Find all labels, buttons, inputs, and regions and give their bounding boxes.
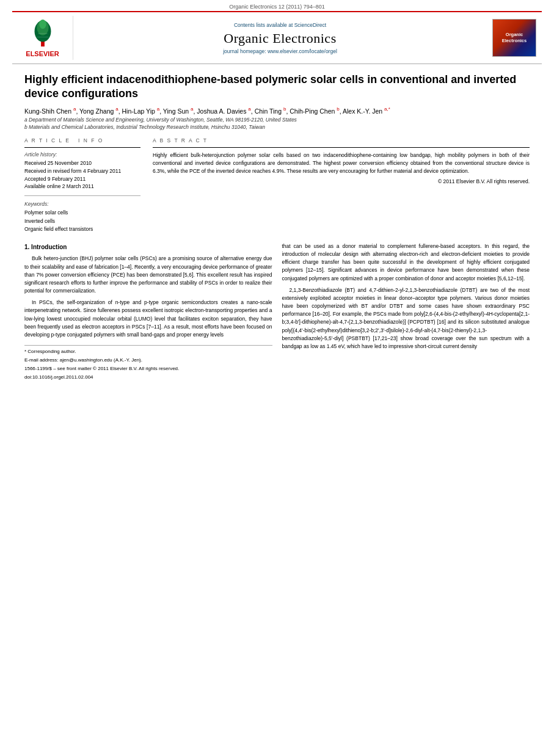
article-info-abstract: A R T I C L E I N F O Article history: R… (24, 137, 530, 234)
paragraph-right-1: that can be used as a donor material to … (282, 242, 530, 283)
journal-reference: Organic Electronics 12 (2011) 794–801 (0, 0, 554, 11)
footnote-star: * Corresponding author. (24, 348, 272, 355)
article-info-header: A R T I C L E I N F O (24, 137, 140, 144)
main-text-area: 1. Introduction Bulk hetero-junction (BH… (24, 242, 530, 382)
abstract-box: Highly efficient bulk-heterojunction pol… (153, 147, 530, 184)
doi-line: doi:10.1016/j.orgel.2011.02.004 (24, 374, 272, 381)
info-divider (24, 195, 140, 196)
journal-title: Organic Electronics (224, 31, 336, 46)
keyword-2: Inverted cells (24, 217, 140, 226)
contents-link: Contents lists available at ScienceDirec… (234, 22, 326, 28)
elsevier-logo: ELSEVIER (12, 16, 73, 60)
available-date: Available online 2 March 2011 (24, 183, 140, 191)
article-title: Highly efficient indacenodithiophene-bas… (24, 73, 530, 101)
section1-title: 1. Introduction (24, 242, 272, 252)
journal-header: ELSEVIER Contents lists available at Sci… (12, 11, 542, 64)
article-body: Highly efficient indacenodithiophene-bas… (0, 64, 554, 391)
footnote-email: E-mail address: ajen@u.washington.edu (A… (24, 357, 272, 364)
abstract-header: A B S T R A C T (153, 137, 530, 144)
received-revised-date: Received in revised form 4 February 2011 (24, 167, 140, 175)
keyword-3: Organic field effect transistors (24, 225, 140, 234)
issn-line: 1566-1199/$ – see front matter © 2011 El… (24, 365, 272, 373)
abstract-text: Highly efficient bulk-heterojunction pol… (153, 151, 530, 175)
article-history-label: Article history: (24, 151, 140, 158)
svg-point-3 (39, 20, 46, 29)
keywords-label: Keywords: (24, 201, 140, 207)
paragraph-1: Bulk hetero-junction (BHJ) polymer solar… (24, 255, 272, 295)
main-col-right: that can be used as a donor material to … (282, 242, 530, 382)
than-word: than (24, 272, 35, 278)
paragraph-2: In PSCs, the self-organization of n-type… (24, 299, 272, 339)
elsevier-tree-icon (24, 18, 61, 49)
journal-cover: Organic Electronics (487, 16, 542, 60)
article-info-column: A R T I C L E I N F O Article history: R… (24, 137, 140, 234)
elsevier-label: ELSEVIER (26, 50, 59, 57)
main-col-left: 1. Introduction Bulk hetero-junction (BH… (24, 242, 272, 382)
authors-line: Kung-Shih Chen a, Yong Zhang a, Hin-Lap … (24, 106, 530, 115)
keyword-1: Polymer solar cells (24, 209, 140, 217)
received-date: Received 25 November 2010 (24, 159, 140, 167)
affiliations: a Department of Materials Science and En… (24, 117, 530, 131)
copyright-line: © 2011 Elsevier B.V. All rights reserved… (153, 178, 530, 184)
article-info-box: Article history: Received 25 November 20… (24, 147, 140, 234)
cover-image: Organic Electronics (492, 19, 536, 57)
page: Organic Electronics 12 (2011) 794–801 EL… (0, 0, 554, 756)
paragraph-right-2: 2,1,3-Benzothiadiazole (BT) and 4,7-dith… (282, 286, 530, 351)
accepted-date: Accepted 9 February 2011 (24, 175, 140, 183)
journal-center: Contents lists available at ScienceDirec… (73, 16, 487, 60)
footnote-area: * Corresponding author. E-mail address: … (24, 345, 272, 381)
abstract-column: A B S T R A C T Highly efficient bulk-he… (153, 137, 530, 234)
journal-homepage: journal homepage: www.elsevier.com/locat… (223, 48, 337, 54)
